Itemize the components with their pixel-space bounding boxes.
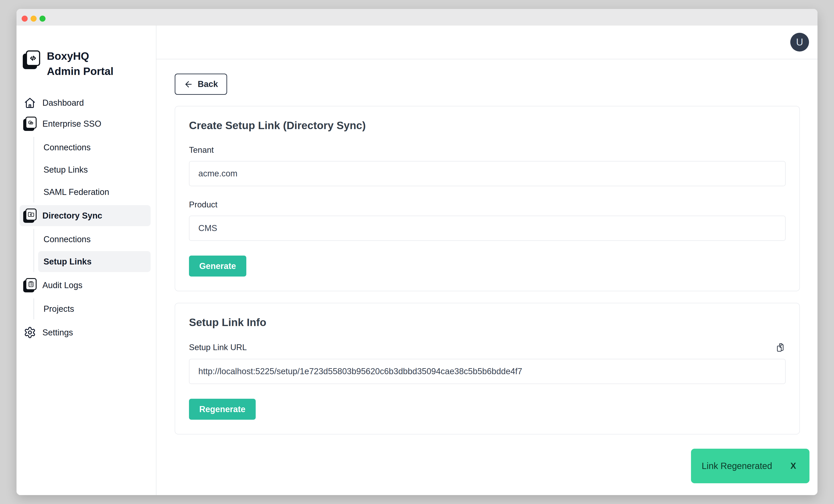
close-window-button[interactable] — [22, 16, 28, 22]
back-button[interactable]: Back — [175, 74, 227, 95]
product-input[interactable] — [189, 216, 786, 241]
sidebar-item-dashboard[interactable]: Dashboard — [20, 92, 151, 113]
window-titlebar — [17, 9, 817, 25]
sidebar-item-label: Settings — [42, 328, 73, 338]
cloud-key-keycap-icon — [23, 117, 37, 131]
sidebar-item-dsync-setup-links[interactable]: Setup Links — [38, 251, 151, 272]
sidebar-item-label: Directory Sync — [42, 211, 102, 221]
minimize-window-button[interactable] — [30, 16, 37, 22]
sidebar-item-audit-logs[interactable]: Audit Logs — [20, 275, 151, 296]
sidebar-item-label: Projects — [44, 304, 74, 314]
sidebar: BoxyHQ Admin Portal Dashboard — [17, 25, 156, 495]
home-icon — [23, 96, 37, 109]
sidebar-item-projects[interactable]: Projects — [38, 298, 151, 319]
sidebar-subgroup-enterprise-sso: Connections Setup Links SAML Federation — [34, 137, 151, 203]
brand: BoxyHQ Admin Portal — [20, 49, 151, 79]
app-window: BoxyHQ Admin Portal Dashboard — [17, 9, 817, 495]
setup-link-url-input[interactable] — [189, 359, 786, 384]
arrow-left-icon — [184, 79, 193, 89]
sidebar-item-label: Setup Links — [44, 165, 88, 175]
sidebar-item-directory-sync[interactable]: Directory Sync — [20, 205, 151, 226]
code-tag-icon — [23, 50, 40, 69]
sidebar-item-label: Connections — [44, 143, 91, 152]
sidebar-nav: Dashboard — [20, 92, 151, 343]
sidebar-item-label: SAML Federation — [44, 187, 109, 197]
toast-notification: Link Regenerated X — [691, 449, 809, 483]
sidebar-item-label: Connections — [44, 235, 91, 244]
regenerate-button[interactable]: Regenerate — [189, 399, 256, 420]
sidebar-item-sso-setup-links[interactable]: Setup Links — [38, 159, 151, 180]
setup-link-url-label: Setup Link URL — [189, 343, 247, 352]
sidebar-item-label: Enterprise SSO — [42, 119, 101, 129]
tenant-input[interactable] — [189, 161, 786, 186]
copy-button[interactable] — [775, 342, 786, 352]
page-content: Back Create Setup Link (Directory Sync) … — [156, 59, 817, 495]
sidebar-item-enterprise-sso[interactable]: Enterprise SSO — [20, 113, 151, 134]
product-label: Product — [189, 200, 786, 209]
user-avatar[interactable]: U — [790, 33, 809, 51]
toast-close-button[interactable]: X — [789, 461, 797, 471]
sidebar-item-saml-federation[interactable]: SAML Federation — [38, 182, 151, 203]
desktop-background: BoxyHQ Admin Portal Dashboard — [0, 0, 834, 504]
clipboard-list-keycap-icon — [23, 278, 37, 292]
setup-link-info-card: Setup Link Info Setup Link URL — [175, 303, 800, 434]
generate-button[interactable]: Generate — [189, 256, 246, 277]
back-button-label: Back — [198, 79, 218, 89]
card-title: Setup Link Info — [189, 316, 786, 328]
tenant-label: Tenant — [189, 145, 786, 155]
top-header: U — [156, 25, 817, 59]
gear-icon — [23, 326, 37, 339]
copy-clipboard-icon — [775, 342, 786, 352]
sidebar-item-settings[interactable]: Settings — [20, 322, 151, 343]
create-setup-link-card: Create Setup Link (Directory Sync) Tenan… — [175, 106, 800, 291]
sidebar-item-label: Dashboard — [42, 98, 84, 108]
app-title: BoxyHQ Admin Portal — [47, 49, 123, 79]
sidebar-item-sso-connections[interactable]: Connections — [38, 137, 151, 158]
folder-sync-keycap-icon — [23, 208, 37, 223]
toast-message: Link Regenerated — [702, 461, 772, 471]
zoom-window-button[interactable] — [40, 16, 45, 22]
sidebar-item-label: Audit Logs — [42, 280, 83, 290]
sidebar-subgroup-audit-logs: Projects — [34, 298, 151, 319]
sidebar-item-dsync-connections[interactable]: Connections — [38, 229, 151, 250]
sidebar-subgroup-directory-sync: Connections Setup Links — [34, 229, 151, 272]
card-title: Create Setup Link (Directory Sync) — [189, 119, 786, 132]
traffic-lights — [22, 16, 45, 22]
sidebar-item-label: Setup Links — [44, 257, 91, 267]
